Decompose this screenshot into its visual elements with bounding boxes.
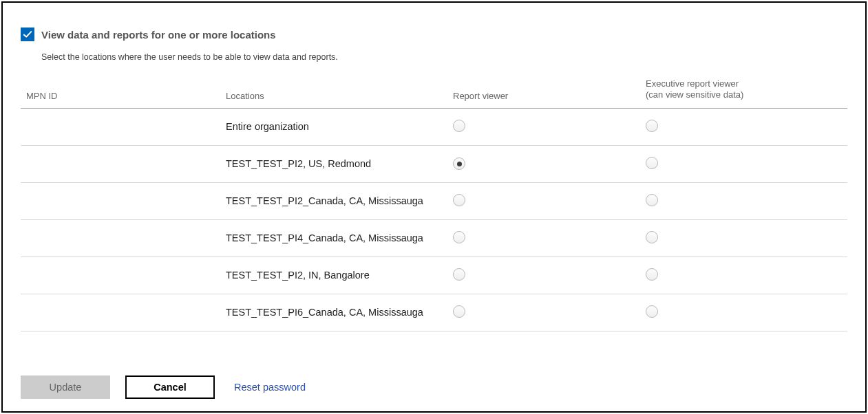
cell-location: TEST_TEST_PI2, US, Redmond [220,145,447,182]
cell-executive-viewer [640,145,847,182]
cell-mpn-id [21,257,220,294]
cancel-button[interactable]: Cancel [125,375,215,399]
panel-subtitle: Select the locations where the user need… [41,52,847,62]
table-row: Entire organization [21,108,847,145]
action-bar: Update Cancel Reset password [21,375,306,399]
cell-executive-viewer [640,219,847,257]
report-viewer-radio[interactable] [453,157,465,170]
cell-mpn-id [21,145,220,182]
cell-executive-viewer [640,182,847,219]
cell-report-viewer [447,294,640,331]
cell-report-viewer [447,182,640,219]
locations-table: MPN ID Locations Report viewer Executive… [21,77,847,331]
update-button[interactable]: Update [21,375,110,399]
cell-report-viewer [447,219,640,257]
executive-viewer-radio[interactable] [646,231,658,243]
cell-location: TEST_TEST_PI6_Canada, CA, Mississauga [220,294,447,331]
report-viewer-radio[interactable] [453,120,465,132]
cell-mpn-id [21,108,220,145]
table-row: TEST_TEST_PI2, IN, Bangalore [21,257,847,294]
cell-location: TEST_TEST_PI2, IN, Bangalore [220,257,447,294]
cell-location: TEST_TEST_PI2_Canada, CA, Mississauga [220,182,447,219]
col-executive-line2: (can view sensitive data) [646,89,842,100]
cell-mpn-id [21,182,220,219]
col-mpn-id: MPN ID [21,77,220,108]
executive-viewer-radio[interactable] [646,268,658,281]
col-locations: Locations [220,77,447,108]
executive-viewer-radio[interactable] [646,120,658,132]
cell-report-viewer [447,257,640,294]
reset-password-link[interactable]: Reset password [234,382,306,393]
table-row: TEST_TEST_PI6_Canada, CA, Mississauga [21,294,847,331]
report-viewer-radio[interactable] [453,194,465,206]
cell-executive-viewer [640,257,847,294]
report-viewer-radio[interactable] [453,231,465,243]
cell-report-viewer [447,108,640,145]
executive-viewer-radio[interactable] [646,305,658,318]
table-row: TEST_TEST_PI2_Canada, CA, Mississauga [21,182,847,219]
cell-executive-viewer [640,108,847,145]
cell-mpn-id [21,219,220,257]
executive-viewer-radio[interactable] [646,157,658,169]
table-row: TEST_TEST_PI4_Canada, CA, Mississauga [21,219,847,257]
cell-location: Entire organization [220,108,447,145]
report-viewer-radio[interactable] [453,268,465,281]
cell-location: TEST_TEST_PI4_Canada, CA, Mississauga [220,219,447,257]
panel-header: View data and reports for one or more lo… [21,28,847,41]
permissions-panel: View data and reports for one or more lo… [1,1,867,413]
col-executive-report-viewer: Executive report viewer (can view sensit… [640,77,847,108]
cell-executive-viewer [640,294,847,331]
table-row: TEST_TEST_PI2, US, Redmond [21,145,847,182]
cell-mpn-id [21,294,220,331]
executive-viewer-radio[interactable] [646,194,658,206]
col-report-viewer: Report viewer [447,77,640,108]
view-data-checkbox[interactable] [21,28,34,41]
check-icon [23,30,32,39]
report-viewer-radio[interactable] [453,305,465,318]
panel-title: View data and reports for one or more lo… [41,29,276,41]
table-header-row: MPN ID Locations Report viewer Executive… [21,77,847,108]
cell-report-viewer [447,145,640,182]
col-executive-line1: Executive report viewer [646,78,842,89]
